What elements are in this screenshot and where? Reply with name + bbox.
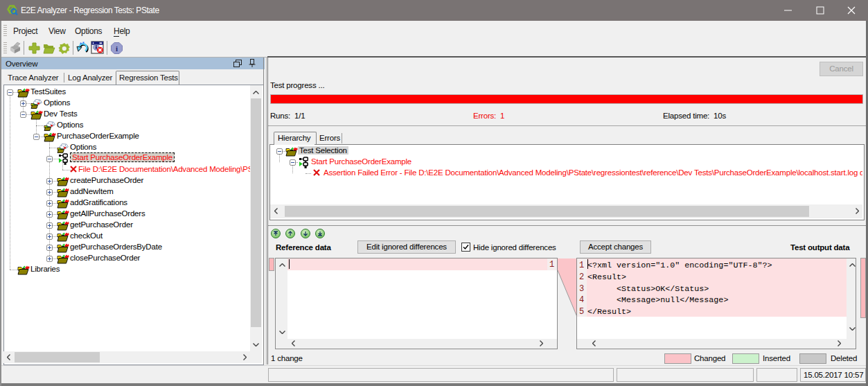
- svg-text:i: i: [116, 44, 118, 53]
